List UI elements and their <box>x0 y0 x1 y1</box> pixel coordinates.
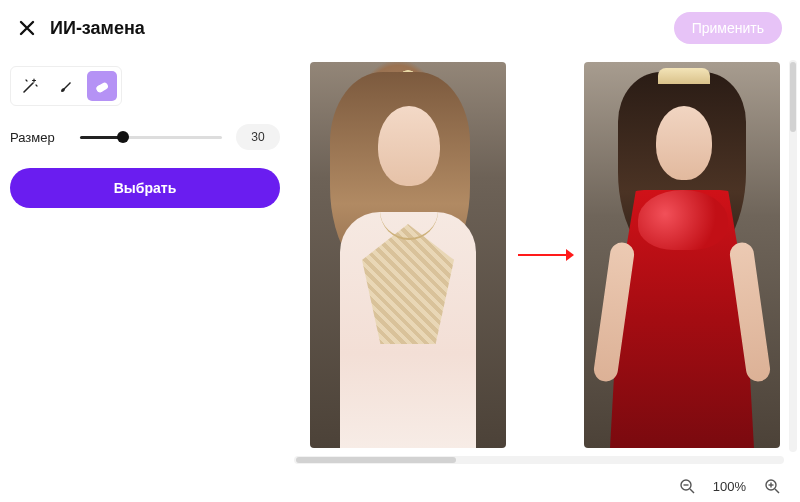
horizontal-scroll-thumb[interactable] <box>296 457 456 463</box>
wand-icon <box>21 77 39 95</box>
slider-thumb[interactable] <box>117 131 129 143</box>
apply-button[interactable]: Применить <box>674 12 782 44</box>
select-button[interactable]: Выбрать <box>10 168 280 208</box>
close-button[interactable] <box>18 19 36 37</box>
zoom-in-icon <box>764 478 780 494</box>
svg-line-4 <box>690 489 694 493</box>
size-slider[interactable] <box>80 136 222 139</box>
arrow-icon <box>516 245 574 265</box>
zoom-in-button[interactable] <box>764 478 780 494</box>
brush-tool[interactable] <box>51 71 81 101</box>
sidebar: Размер 30 Выбрать <box>0 56 290 502</box>
canvas-area: 100% <box>290 56 800 502</box>
header: ИИ-замена Применить <box>0 0 800 56</box>
brush-size-control: Размер 30 <box>10 124 280 150</box>
close-icon <box>18 19 36 37</box>
brush-icon <box>57 77 75 95</box>
zoom-out-icon <box>679 478 695 494</box>
svg-line-7 <box>775 489 779 493</box>
eraser-tool[interactable] <box>87 71 117 101</box>
size-value: 30 <box>236 124 280 150</box>
tool-selector <box>10 66 122 106</box>
zoom-out-button[interactable] <box>679 478 695 494</box>
result-image[interactable] <box>584 62 780 448</box>
page-title: ИИ-замена <box>50 18 145 39</box>
vertical-scrollbar[interactable] <box>789 60 797 452</box>
size-label: Размер <box>10 130 66 145</box>
vertical-scroll-thumb[interactable] <box>790 62 796 132</box>
source-image[interactable] <box>310 62 506 448</box>
eraser-icon <box>93 77 111 95</box>
magic-select-tool[interactable] <box>15 71 45 101</box>
zoom-level: 100% <box>713 479 746 494</box>
zoom-controls: 100% <box>679 478 780 494</box>
horizontal-scrollbar[interactable] <box>294 456 784 464</box>
